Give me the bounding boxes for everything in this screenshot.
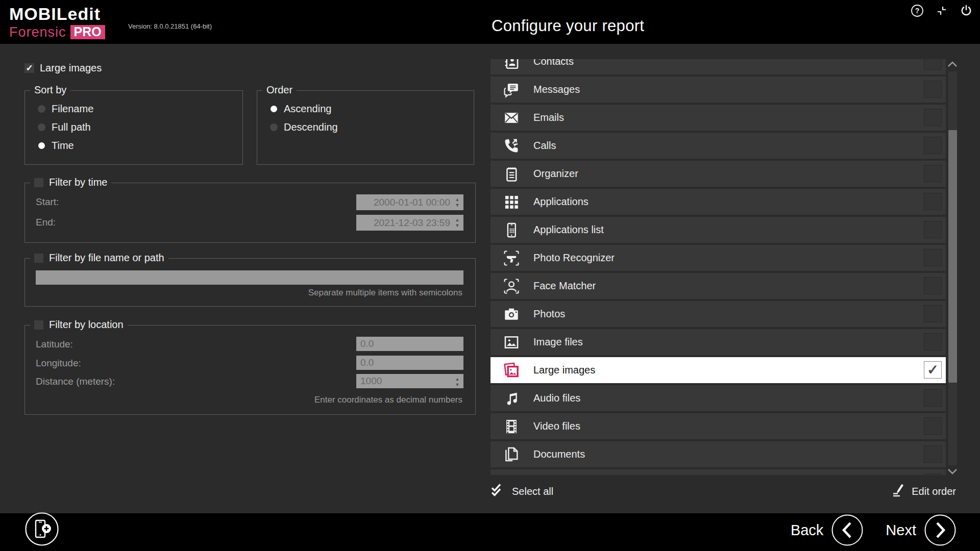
- report-item-checkbox[interactable]: ✓: [924, 361, 942, 379]
- logo-forensic: Forensic: [9, 26, 66, 39]
- report-item-row[interactable]: [491, 469, 946, 475]
- filter-by-name-hint: Separate multiple items with semicolons: [308, 288, 462, 298]
- report-item-row-audio-files[interactable]: Audio files: [491, 385, 946, 411]
- report-item-checkbox[interactable]: [924, 473, 942, 475]
- report-item-row-messages[interactable]: Messages: [491, 77, 946, 103]
- report-item-row-organizer[interactable]: Organizer: [491, 161, 946, 187]
- field-label: Longitude:: [36, 358, 81, 369]
- edit-order-button[interactable]: Edit order: [889, 484, 956, 499]
- report-item-row-photo-recognizer[interactable]: Photo Recognizer: [491, 245, 946, 271]
- report-item-row-emails[interactable]: Emails: [491, 105, 946, 131]
- select-all-label: Select all: [512, 486, 553, 497]
- report-item-checkbox[interactable]: [924, 389, 942, 407]
- report-item-row-video-files[interactable]: Video files: [491, 413, 946, 439]
- report-item-checkbox[interactable]: [924, 277, 942, 294]
- applications-icon: [503, 193, 520, 211]
- location-value-field[interactable]: 0.0: [356, 337, 463, 351]
- logo-mobiledit: MOBILedit: [9, 5, 105, 22]
- no-icon: [503, 474, 520, 475]
- report-item-checkbox[interactable]: [924, 249, 942, 266]
- report-items-list: ContactsMessagesEmailsCallsOrganizerAppl…: [491, 59, 946, 475]
- radio-button[interactable]: [38, 142, 45, 149]
- report-item-checkbox[interactable]: [924, 221, 942, 238]
- radio-option-full-path[interactable]: Full path: [38, 121, 242, 133]
- location-value-field[interactable]: 1000▲▼: [356, 374, 463, 388]
- edit-order-icon: [889, 484, 904, 499]
- filter-by-name-group: Filter by file name or path Separate mul…: [24, 258, 476, 307]
- next-button[interactable]: [924, 514, 956, 546]
- report-item-row-image-files[interactable]: Image files: [491, 329, 946, 355]
- radio-label: Filename: [52, 103, 93, 115]
- list-scrollbar-thumb[interactable]: [948, 130, 957, 383]
- report-item-row-documents[interactable]: Documents: [491, 441, 946, 467]
- report-item-checkbox[interactable]: [924, 137, 942, 154]
- resize-window-icon[interactable]: [935, 4, 948, 17]
- power-icon[interactable]: [960, 4, 973, 17]
- report-item-checkbox[interactable]: [924, 193, 942, 210]
- list-scrollbar[interactable]: [948, 71, 957, 465]
- report-item-checkbox[interactable]: [924, 109, 942, 126]
- filter-by-time-checkbox[interactable]: [34, 178, 43, 187]
- report-item-checkbox[interactable]: [924, 59, 942, 70]
- report-item-label: Large images: [533, 364, 595, 376]
- report-item-row-calls[interactable]: Calls: [491, 133, 946, 159]
- location-value-field[interactable]: 0.0: [356, 356, 463, 370]
- applications-list-icon: [503, 221, 520, 239]
- scroll-up-icon[interactable]: [947, 60, 958, 68]
- large-images-checkbox-box[interactable]: ✓: [24, 63, 34, 73]
- photo-recognizer-icon: [503, 249, 520, 267]
- filter-by-location-checkbox[interactable]: [34, 320, 43, 330]
- edit-order-label: Edit order: [912, 486, 956, 497]
- report-item-label: Contacts: [533, 59, 574, 67]
- report-item-label: Organizer: [533, 168, 578, 180]
- radio-option-time[interactable]: Time: [38, 140, 242, 151]
- radio-option-filename[interactable]: Filename: [38, 103, 242, 114]
- spinner-arrows[interactable]: ▲▼: [453, 215, 461, 230]
- report-item-checkbox[interactable]: [924, 417, 942, 435]
- report-item-checkbox[interactable]: [924, 165, 942, 182]
- connect-phone-button[interactable]: [24, 512, 59, 548]
- time-value-field[interactable]: 2021-12-03 23:59▲▼: [356, 215, 463, 231]
- report-item-row-large-images[interactable]: Large images✓: [491, 357, 946, 383]
- spinner-arrows[interactable]: ▲▼: [453, 374, 461, 389]
- report-item-checkbox[interactable]: [924, 305, 942, 322]
- order-legend: Order: [266, 84, 292, 96]
- radio-option-ascending[interactable]: Ascending: [270, 103, 474, 114]
- top-bar: MOBILedit Forensic PRO Version: 8.0.0.21…: [0, 0, 980, 44]
- report-item-checkbox[interactable]: [924, 81, 942, 98]
- filter-by-name-checkbox[interactable]: [34, 254, 43, 263]
- radio-button[interactable]: [271, 106, 277, 112]
- report-item-row-applications-list[interactable]: Applications list: [491, 217, 946, 243]
- scroll-down-icon[interactable]: [947, 467, 958, 475]
- large-images-icon: [503, 362, 520, 379]
- back-button[interactable]: [831, 514, 863, 546]
- page-title: Configure your report: [492, 17, 644, 35]
- location-field-row: Distance (meters):1000▲▼: [25, 374, 475, 390]
- next-label: Next: [886, 522, 916, 539]
- radio-label: Ascending: [284, 103, 331, 115]
- spinner-arrows[interactable]: ▲▼: [453, 195, 461, 210]
- report-item-checkbox[interactable]: [924, 333, 942, 350]
- radio-button[interactable]: [38, 123, 45, 131]
- report-item-row-applications[interactable]: Applications: [491, 189, 946, 215]
- select-all-button[interactable]: Select all: [491, 483, 553, 500]
- report-item-row-photos[interactable]: Photos: [491, 301, 946, 327]
- radio-option-descending[interactable]: Descending: [270, 121, 474, 133]
- audio-files-icon: [503, 390, 520, 407]
- help-icon[interactable]: ?: [911, 4, 924, 17]
- file-name-filter-input[interactable]: [36, 270, 463, 285]
- radio-button[interactable]: [38, 105, 45, 113]
- filter-by-name-legend: Filter by file name or path: [49, 252, 164, 264]
- report-item-label: Emails: [533, 112, 564, 123]
- field-value: 2021-12-03 23:59: [356, 217, 463, 229]
- report-item-row-contacts[interactable]: Contacts: [491, 59, 946, 74]
- version-label: Version: 8.0.0.21851 (64-bit): [128, 22, 212, 30]
- radio-button[interactable]: [270, 123, 278, 131]
- report-item-row-face-matcher[interactable]: Face Matcher: [491, 273, 946, 299]
- image-files-icon: [503, 334, 520, 351]
- large-images-checkbox[interactable]: ✓ Large images: [24, 62, 102, 74]
- report-item-label: Applications: [533, 196, 589, 208]
- select-all-icon: [491, 483, 505, 500]
- report-item-checkbox[interactable]: [924, 445, 942, 463]
- time-value-field[interactable]: 2000-01-01 00:00▲▼: [356, 194, 463, 210]
